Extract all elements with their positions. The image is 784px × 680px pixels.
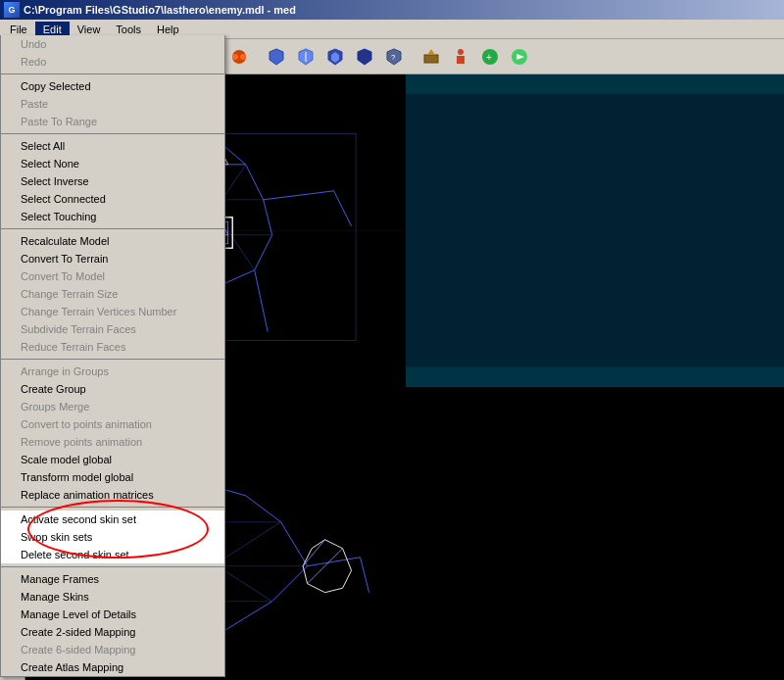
menu-item-redo: Redo	[1, 53, 224, 71]
svg-text:+: +	[486, 52, 492, 63]
toolbar-shield5[interactable]	[351, 43, 378, 71]
menu-separator	[1, 228, 224, 229]
menu-item-create-atlas-mapping[interactable]: Create Atlas Mapping	[1, 658, 224, 676]
svg-rect-79	[406, 407, 785, 680]
menu-item-transform-model-global[interactable]: Transform model global	[1, 468, 224, 486]
viewport-bottomright[interactable]	[406, 388, 785, 681]
menu-item-convert-points-anim: Convert to points animation	[1, 415, 224, 433]
app-icon: G	[4, 2, 20, 18]
toolbar-shield6[interactable]: ?	[380, 43, 408, 71]
svg-point-22	[458, 49, 464, 55]
menu-item-manage-skins[interactable]: Manage Skins	[1, 588, 224, 606]
menu-item-remove-points-anim: Remove points animation	[1, 433, 224, 451]
menu-separator	[1, 566, 224, 567]
svg-rect-23	[457, 56, 465, 64]
menu-item-select-none[interactable]: Select None	[1, 155, 224, 172]
toolbar-red2[interactable]	[225, 43, 253, 71]
menu-item-scale-model-global[interactable]: Scale model global	[1, 451, 224, 468]
menu-item-select-touching[interactable]: Select Touching	[1, 208, 224, 225]
menu-item-create-6sided-mapping: Create 6-sided Mapping	[1, 641, 224, 658]
menu-item-activate-second-skin[interactable]: Activate second skin set	[1, 510, 224, 528]
viewport-topright[interactable]	[406, 74, 785, 387]
menu-item-change-terrain-size: Change Terrain Size	[1, 285, 224, 303]
menu-separator	[1, 507, 224, 508]
edit-dropdown-menu: UndoRedoCopy SelectedPastePaste To Range…	[0, 35, 225, 677]
menu-item-undo: Undo	[1, 35, 224, 53]
svg-point-10	[232, 54, 238, 60]
menu-item-replace-anim-matrices[interactable]: Replace animation matrices	[1, 486, 224, 504]
menu-item-delete-second-skin[interactable]: Delete second skin set	[1, 546, 224, 563]
svg-marker-21	[427, 49, 435, 55]
menu-item-create-group[interactable]: Create Group	[1, 380, 224, 398]
toolbar-shield3[interactable]	[292, 43, 319, 71]
menu-item-select-all[interactable]: Select All	[1, 137, 224, 155]
menu-item-paste: Paste	[1, 95, 224, 113]
title-text: C:\Program Files\GStudio7\lasthero\enemy…	[24, 4, 296, 16]
menu-item-recalculate-model[interactable]: Recalculate Model	[1, 232, 224, 250]
menu-item-manage-lod[interactable]: Manage Level of Details	[1, 606, 224, 623]
svg-text:?: ?	[391, 53, 396, 62]
svg-rect-63	[406, 94, 785, 367]
toolbar-shield2[interactable]	[263, 43, 290, 71]
menu-item-groups-merge: Groups Merge	[1, 398, 224, 415]
menu-separator	[1, 133, 224, 134]
toolbar-person-icon[interactable]	[447, 43, 474, 71]
toolbar-green-btn[interactable]: +	[476, 43, 504, 71]
menu-item-copy-selected[interactable]: Copy Selected	[1, 77, 224, 95]
toolbar-green2[interactable]	[506, 43, 533, 71]
menu-separator	[1, 359, 224, 360]
menu-item-paste-to-range: Paste To Range	[1, 113, 224, 130]
menu-item-select-connected[interactable]: Select Connected	[1, 190, 224, 208]
menu-item-convert-to-model: Convert To Model	[1, 267, 224, 285]
title-bar: G C:\Program Files\GStudio7\lasthero\ene…	[0, 0, 784, 20]
svg-rect-20	[424, 55, 438, 63]
toolbar-move-icon[interactable]	[417, 43, 445, 71]
menu-item-convert-to-terrain[interactable]: Convert To Terrain	[1, 250, 224, 267]
menu-item-select-inverse[interactable]: Select Inverse	[1, 172, 224, 190]
menu-separator	[1, 73, 224, 74]
menu-item-create-2sided-mapping[interactable]: Create 2-sided Mapping	[1, 623, 224, 641]
menu-item-change-terrain-vertices: Change Terrain Vertices Number	[1, 303, 224, 320]
svg-point-11	[240, 54, 246, 60]
menu-item-swop-skin-sets[interactable]: Swop skin sets	[1, 528, 224, 546]
svg-marker-17	[358, 49, 371, 65]
menu-item-subdivide-terrain-faces: Subdivide Terrain Faces	[1, 320, 224, 338]
toolbar-shield4[interactable]	[321, 43, 349, 71]
menu-item-reduce-terrain-faces: Reduce Terrain Faces	[1, 338, 224, 356]
menu-item-manage-frames[interactable]: Manage Frames	[1, 570, 224, 588]
svg-marker-12	[270, 49, 283, 65]
menu-item-arrange-in-groups: Arrange in Groups	[1, 363, 224, 380]
